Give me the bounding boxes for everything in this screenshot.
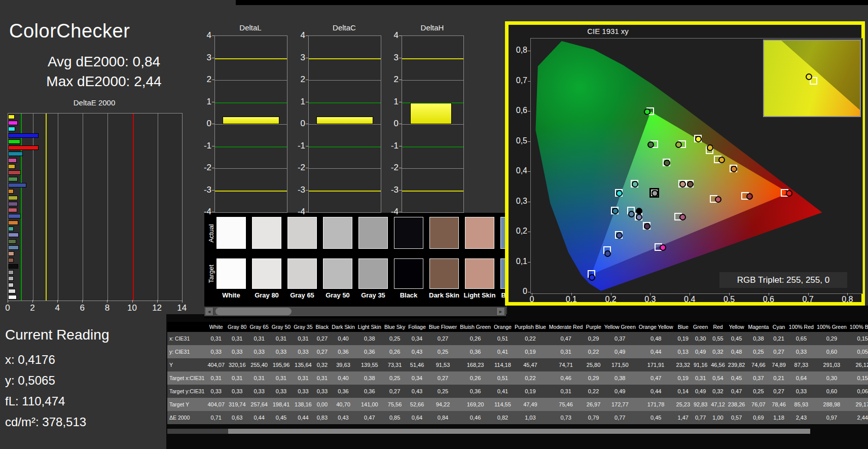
table-cell: 0,27: [770, 385, 787, 398]
table-cell: 0,45: [637, 411, 675, 424]
table-cell: 0,77: [692, 411, 709, 424]
swatch-scrollbar-thumb[interactable]: [215, 308, 292, 315]
table-cell: 0,31: [548, 385, 585, 398]
axis-tick-mark: [82, 300, 83, 303]
table-cell: 0,60: [815, 385, 848, 398]
actual-swatch: [323, 217, 352, 249]
table-cell: 0,00: [314, 398, 331, 411]
deltae-bar: [8, 289, 16, 293]
table-cell: 0,06: [848, 385, 868, 398]
axis-tick-mark: [729, 293, 730, 295]
axis-tick-label: 8: [102, 303, 112, 313]
axis-tick-mark: [212, 124, 214, 124]
table-cell: 0,44: [637, 385, 675, 398]
patch-measured-point: [632, 181, 638, 188]
table-cell: 0,31: [206, 332, 226, 345]
table-cell: 0,15: [848, 332, 868, 345]
table-cell: 0,48: [637, 332, 675, 345]
axis-tick-mark: [611, 293, 611, 295]
table-cell: 0,40: [330, 332, 356, 345]
table-cell: 40,70: [330, 398, 356, 411]
table-cell: 94,22: [427, 398, 458, 411]
actual-swatch: [465, 217, 494, 249]
table-column-header: Cyan: [770, 322, 787, 332]
deltae-bar: [8, 127, 15, 131]
patch-measured-point: [604, 250, 611, 257]
table-cell: 0,30: [815, 371, 848, 385]
axis-tick-label: 0,5: [720, 295, 738, 304]
top-black-strip: [236, 0, 868, 5]
axis-tick-mark: [528, 202, 530, 202]
table-column-header: Yellow: [727, 322, 747, 332]
table-cell: 0,73: [548, 411, 585, 424]
table-cell: 39,63: [330, 358, 356, 371]
table-cell: 0,25: [383, 332, 407, 345]
swatch-scroll-left-button[interactable]: ◄: [205, 307, 213, 316]
axis-tick-mark: [212, 58, 214, 58]
table-cell: 0,41: [492, 385, 513, 398]
cie-inset: [763, 40, 861, 117]
table-cell: 0,19: [675, 371, 692, 385]
table-cell: 0,44: [248, 411, 270, 424]
axis-tick-mark: [399, 212, 402, 212]
table-cell: 0,25: [746, 385, 770, 398]
axis-tick-label: -3: [292, 185, 305, 195]
table-cell: 0,71: [206, 411, 226, 424]
swatch-scrollbar[interactable]: ◄ ►: [204, 307, 506, 316]
axis-tick-mark: [808, 293, 809, 295]
axis-tick-label: 1: [198, 97, 211, 107]
table-cell: 0,33: [226, 345, 248, 358]
table-cell: 0,51: [492, 332, 513, 345]
table-cell: 0,45: [727, 332, 747, 345]
table-column-header: Blue Sky: [383, 322, 407, 332]
deltae-bar: [8, 115, 15, 119]
axis-tick-label: 4: [198, 30, 211, 41]
colorchecker-app: ColorChecker Avg dE2000: 0,84 Max dE2000…: [0, 0, 868, 449]
cie-chart-title: CIE 1931 xy: [557, 27, 659, 35]
swatch-label: Dark Skin: [426, 291, 462, 299]
table-cell: 0,27: [314, 345, 331, 358]
table-cell: 0,34: [407, 371, 427, 385]
swatch-scroll-right-button[interactable]: ►: [496, 307, 505, 316]
axis-tick-mark: [306, 35, 308, 36]
table-cell: 74,71: [548, 358, 585, 371]
deltae-bar: [8, 270, 14, 275]
patch-measured-point: [786, 190, 792, 197]
axis-tick-mark: [57, 300, 58, 303]
left-arrow-icon: ◄: [207, 309, 211, 314]
table-cell: 0,30: [692, 332, 709, 345]
table-cell: 0,31: [226, 332, 248, 345]
table-scrollbar-thumb[interactable]: [228, 429, 810, 434]
table-cell: 171,91: [637, 358, 675, 371]
patch-measured-point: [679, 214, 686, 220]
table-cell: 0,21: [770, 371, 787, 385]
table-cell: 25,80: [584, 358, 602, 371]
table-cell: 0,77: [603, 411, 637, 424]
table-header-row: WhiteGray 80Gray 65Gray 50Gray 35BlackDa…: [167, 322, 868, 332]
table-column-header: 100% Green: [815, 322, 848, 332]
table-row: ΔE 20000,710,630,440,450,440,830,430,470…: [167, 411, 868, 424]
axis-tick-label: 0,3: [509, 197, 527, 206]
swatch-label: Gray 65: [284, 291, 320, 299]
axis-tick-label: -2: [385, 163, 399, 173]
axis-tick-mark: [212, 212, 214, 212]
avg-de2000-readout: Avg dE2000: 0,84: [10, 52, 198, 71]
gridline: [83, 114, 83, 301]
table-scrollbar[interactable]: [167, 429, 810, 434]
table-cell: 239,82: [727, 358, 747, 371]
table-cell: 0,22: [513, 371, 548, 385]
patch-measured-point: [589, 274, 595, 281]
table-cell: 0,47: [727, 385, 747, 398]
axis-tick-mark: [306, 80, 308, 80]
table-cell: 0,33: [292, 345, 314, 358]
axis-tick-label: 1: [292, 97, 305, 107]
gridline: [215, 168, 287, 169]
deltae-bar: [8, 139, 20, 144]
deltae-bar: [8, 183, 26, 188]
table-cell: 0,31: [548, 345, 585, 358]
table-cell: 0,26: [458, 332, 492, 345]
deltae-bar: [8, 202, 18, 206]
table-cell: 0,27: [383, 385, 407, 398]
patch-measured-point: [616, 232, 623, 239]
patch-measured-point: [664, 160, 670, 166]
